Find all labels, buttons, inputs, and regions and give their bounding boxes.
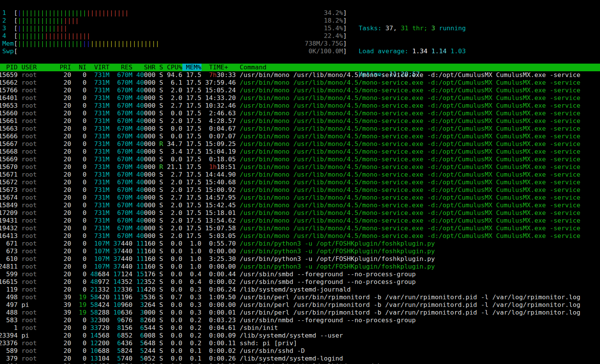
process-row[interactable]: 15668 root 20 0 731M 670M 40000 S 3.4 17…: [0, 148, 580, 156]
cell-shr: 40: [136, 125, 144, 132]
cell-command: /lib/systemd/systemd-logind: [240, 355, 343, 362]
process-row[interactable]: 15670 root 20 0 731M 670M 40000 R 21.1 1…: [0, 163, 580, 171]
column-header-res[interactable]: RES: [110, 64, 133, 71]
cell-shr: 40: [136, 179, 144, 186]
cell-res: 37: [113, 248, 121, 255]
cpu-meter-4-value: 22.4%: [90, 32, 343, 39]
cpu-meter-2-ticks-green: ||||||||||||: [18, 17, 64, 24]
cell-state: S: [159, 232, 163, 239]
process-row[interactable]: 379 root 20 0 13104 5740 5052 S 0.0 0.1 …: [0, 355, 580, 362]
cell-mem-percent: 17.5: [182, 71, 202, 79]
process-row[interactable]: 15662 root 20 0 731M 670M 40000 S 6.1 17…: [0, 79, 580, 87]
process-row[interactable]: 497 pi 39 19 58424 10960 3264 S 0.0 0.3 …: [0, 301, 580, 309]
cell-mem-percent: 17.5: [182, 94, 202, 102]
cell-command: /usr/bin/python3 -u /opt/FOSHKplugin/fos…: [240, 240, 435, 247]
cell-user: root: [21, 263, 56, 270]
process-row[interactable]: 15663 root 20 0 731M 670M 40000 S 0.0 17…: [0, 125, 580, 133]
process-row[interactable]: 589 root 20 0 10688 5824 5244 S 0.0 0.1 …: [0, 347, 580, 355]
process-row[interactable]: 23394 pi 20 0 14568 6852 6008 S 0.0 0.2 …: [0, 332, 580, 339]
column-header-user[interactable]: USER: [21, 64, 56, 71]
cell-state: S: [159, 217, 163, 224]
cell-time: 15:18.01: [202, 209, 236, 216]
process-row[interactable]: 19653 root 20 0 731M 670M 40000 S 2.7 17…: [0, 102, 580, 110]
cell-priority: 20: [56, 133, 71, 140]
process-row[interactable]: 119 root 20 0 21332 12336 11420 S 0.0 0.…: [0, 286, 580, 293]
cell-priority: 20: [56, 202, 71, 209]
process-row[interactable]: 15661 root 20 0 731M 670M 40000 S 2.0 17…: [0, 117, 580, 125]
column-header-ni[interactable]: NI: [71, 64, 87, 71]
process-row[interactable]: 19431 root 20 0 731M 670M 40000 S 2.0 17…: [0, 217, 580, 225]
cell-pid: 119: [0, 286, 18, 293]
process-row[interactable]: 498 root 39 19 58420 11196 3536 S 0.7 0.…: [0, 293, 580, 301]
process-row[interactable]: 15674 root 20 0 731M 670M 40000 S 2.7 17…: [0, 194, 580, 202]
cell-cpu-percent: 2.0: [163, 87, 182, 94]
process-row[interactable]: 610 root 20 0 107M 37440 11160 S 0.0 1.0…: [0, 255, 580, 263]
cell-virt: 107M: [94, 263, 110, 270]
tasks-label: Tasks:: [359, 25, 385, 32]
cell-mem-percent: 0.3: [182, 286, 202, 293]
process-row[interactable]: 15673 root 20 0 731M 670M 40000 S 2.0 17…: [0, 186, 580, 194]
cell-shr: 40: [136, 186, 144, 193]
process-row[interactable]: 15666 root 20 0 731M 670M 40000 S 0.0 17…: [0, 133, 580, 140]
process-row[interactable]: 17209 root 20 0 731M 670M 40000 S 2.0 17…: [0, 209, 580, 217]
process-row[interactable]: 15766 root 20 0 731M 670M 40000 S 2.0 17…: [0, 87, 580, 94]
column-header-pid[interactable]: PID: [0, 64, 18, 71]
cell-cpu-percent: 6.1: [163, 79, 182, 86]
process-row[interactable]: 673 root 20 0 107M 37440 11160 S 0.0 1.0…: [0, 248, 580, 255]
process-row[interactable]: 19432 root 20 0 731M 670M 40000 S 2.0 17…: [0, 225, 580, 232]
cell-cpu-percent: 0.0: [163, 110, 182, 117]
cell-pid: 15663: [0, 125, 18, 132]
cell-state: S: [159, 316, 163, 324]
process-row[interactable]: 23376 root 20 0 12200 6436 5648 S 0.0 0.…: [0, 339, 580, 347]
column-header-mem[interactable]: MEM%: [182, 64, 202, 71]
cell-state: S: [159, 324, 163, 331]
process-row[interactable]: 16401 root 20 0 731M 670M 40000 S 2.0 17…: [0, 94, 580, 102]
cpu-meter-3-value: 15.4%: [67, 25, 343, 32]
column-header-cpu[interactable]: CPU%: [163, 64, 182, 71]
process-row[interactable]: 15672 root 20 0 731M 670M 40000 S 2.0 17…: [0, 179, 580, 186]
cell-user: root: [21, 347, 56, 354]
process-row[interactable]: 15659 root 20 0 731M 670M 40000 S 94.6 1…: [0, 71, 580, 79]
cell-command: /usr/bin/mono /usr/lib/mono/4.5/mono-ser…: [240, 102, 580, 109]
column-header-command[interactable]: Command: [240, 64, 267, 71]
process-row[interactable]: 15660 root 20 0 731M 670M 40000 S 0.0 17…: [0, 110, 580, 117]
cell-priority: 20: [56, 156, 71, 163]
process-row[interactable]: 414 root 20 0 11456 5784 4948 S 0.0 0.1 …: [0, 362, 580, 364]
process-row[interactable]: 16413 root 20 0 731M 670M 40000 S 2.0 17…: [0, 232, 580, 240]
process-row[interactable]: 671 root 20 0 107M 37440 11160 S 0.0 1.0…: [0, 240, 580, 248]
cell-priority: 20: [56, 271, 71, 278]
cell-mem-percent: 0.1: [182, 355, 202, 362]
process-row[interactable]: 15671 root 20 0 731M 670M 40000 S 2.7 17…: [0, 171, 580, 179]
cell-mem-percent: 0.3: [182, 293, 202, 301]
cell-virt: 731M: [94, 102, 110, 109]
process-row[interactable]: 15849 root 20 0 731M 670M 40000 S 2.0 17…: [0, 202, 580, 209]
process-row[interactable]: 599 root 20 0 48684 17124 15176 S 0.0 0.…: [0, 271, 580, 278]
process-row[interactable]: 15667 root 20 0 731M 670M 40000 R 34.7 1…: [0, 140, 580, 148]
process-row[interactable]: 583 root 20 0 32300 9676 8260 S 0.0 0.2 …: [0, 316, 580, 324]
cell-nice: 0: [71, 271, 87, 278]
process-row[interactable]: 488 root 39 19 58288 10636 3000 S 0.0 0.…: [0, 309, 580, 316]
cell-nice: 0: [71, 94, 87, 102]
cell-state: S: [159, 225, 163, 232]
process-row[interactable]: 1 root 20 0 33720 8156 6544 S 0.0 0.2 0:…: [0, 324, 580, 332]
column-header-time[interactable]: TIME+: [202, 64, 236, 71]
cell-cpu-percent: 0.0: [163, 362, 182, 364]
cell-state: S: [159, 209, 163, 216]
column-header-shr[interactable]: SHR: [133, 64, 156, 71]
cell-pid: 19431: [0, 217, 18, 224]
cpu-meter-3-ticks-red: |||: [56, 25, 67, 32]
column-header-s[interactable]: S: [159, 64, 163, 71]
cell-res: 6: [117, 332, 121, 339]
column-header-virt[interactable]: VIRT: [87, 64, 110, 71]
process-row[interactable]: 15669 root 20 0 731M 670M 40000 S 0.0 17…: [0, 156, 580, 163]
cell-time: 5:03.05: [202, 232, 236, 239]
cell-cpu-percent: 0.0: [163, 309, 182, 316]
running-count: 3: [431, 25, 439, 32]
cell-shr: 5: [140, 347, 144, 354]
cell-priority: 20: [56, 171, 71, 178]
column-header-pri[interactable]: PRI: [56, 64, 71, 71]
cell-cpu-percent: 0.7: [163, 293, 182, 301]
cell-time: 2:46.63: [202, 110, 236, 117]
process-row[interactable]: 16615 root 20 0 48972 14352 12352 S 0.0 …: [0, 278, 580, 286]
process-row[interactable]: 24811 root 20 0 107M 37440 11160 S 0.0 1…: [0, 263, 580, 271]
